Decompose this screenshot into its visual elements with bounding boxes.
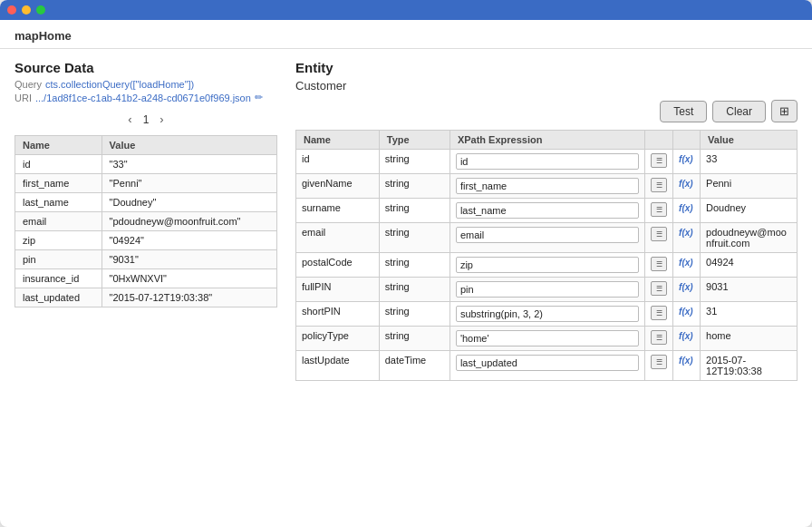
entity-col-type-header: Type: [379, 131, 450, 150]
fx-button[interactable]: f(x): [679, 356, 693, 366]
xpath-input[interactable]: [456, 355, 639, 371]
clear-button[interactable]: Clear: [712, 101, 766, 122]
prev-page-button[interactable]: ‹: [124, 111, 135, 128]
entity-type-cell: string: [379, 223, 450, 253]
list-icon[interactable]: ☰: [651, 227, 667, 241]
entity-col-name-header: Name: [296, 131, 380, 150]
list-icon[interactable]: ☰: [651, 153, 667, 168]
source-name-cell: last_updated: [15, 288, 102, 307]
entity-xpath-cell[interactable]: [450, 199, 644, 223]
table-row: last_name "Doudney": [15, 193, 277, 212]
entity-value-cell: 2015-07-12T19:03:38: [701, 351, 798, 381]
entity-name-cell: fullPIN: [296, 278, 380, 302]
close-dot[interactable]: [7, 5, 16, 15]
list-icon[interactable]: ☰: [651, 178, 667, 192]
entity-type-cell: string: [379, 174, 450, 199]
fx-button[interactable]: f(x): [679, 179, 693, 189]
entity-fx-cell[interactable]: f(x): [673, 174, 701, 199]
list-icon[interactable]: ☰: [651, 355, 667, 369]
entity-name-cell: shortPIN: [296, 302, 380, 327]
xpath-input[interactable]: [456, 257, 639, 273]
entity-xpath-cell[interactable]: [450, 278, 644, 302]
next-page-button[interactable]: ›: [156, 111, 167, 128]
entity-fx-cell[interactable]: f(x): [673, 199, 701, 223]
entity-list-icon-cell[interactable]: ☰: [645, 278, 673, 302]
xpath-input[interactable]: [456, 330, 639, 346]
entity-type-cell: string: [379, 150, 450, 174]
minimize-dot[interactable]: [22, 5, 31, 15]
entity-name-cell: email: [296, 223, 380, 253]
maximize-dot[interactable]: [36, 5, 45, 15]
table-row: last_updated "2015-07-12T19:03:38": [15, 288, 277, 307]
entity-xpath-cell[interactable]: [450, 223, 644, 253]
source-name-cell: id: [15, 155, 102, 174]
entity-value-cell: pdoudneyw@moonfruit.com: [701, 223, 798, 253]
test-button[interactable]: Test: [660, 101, 707, 122]
entity-xpath-cell[interactable]: [450, 302, 644, 327]
source-value-cell: "9031": [102, 250, 276, 269]
uri-edit-icon[interactable]: ✏: [255, 92, 263, 103]
entity-fx-cell[interactable]: f(x): [673, 223, 701, 253]
entity-value-cell: Doudney: [701, 199, 798, 223]
fx-button[interactable]: f(x): [679, 307, 693, 317]
entity-name-cell: givenName: [296, 174, 380, 199]
source-value-cell: "Penni": [102, 174, 276, 193]
entity-list-icon-cell[interactable]: ☰: [645, 302, 673, 327]
entity-xpath-cell[interactable]: [450, 150, 644, 174]
xpath-input[interactable]: [456, 281, 639, 298]
table-row: zip "04924": [15, 231, 277, 250]
entity-list-icon-cell[interactable]: ☰: [645, 351, 673, 381]
entity-fx-cell[interactable]: f(x): [673, 253, 701, 278]
fx-button[interactable]: f(x): [679, 203, 693, 213]
source-value-cell: "Doudney": [102, 193, 276, 212]
list-icon[interactable]: ☰: [651, 281, 667, 296]
entity-list-icon-cell[interactable]: ☰: [645, 223, 673, 253]
uri-label: URI: [14, 93, 32, 103]
entity-fx-cell[interactable]: f(x): [673, 150, 701, 174]
entity-type-cell: string: [379, 199, 450, 223]
entity-col-value-header: Value: [701, 131, 798, 150]
source-data-table: Name Value id "33" first_name "Penni" la…: [14, 135, 277, 307]
xpath-input[interactable]: [456, 178, 639, 194]
entity-list-icon-cell[interactable]: ☰: [645, 199, 673, 223]
entity-type-cell: string: [379, 302, 450, 327]
entity-list-icon-cell[interactable]: ☰: [645, 253, 673, 278]
xpath-input[interactable]: [456, 153, 639, 170]
xpath-input[interactable]: [456, 227, 639, 243]
entity-xpath-cell[interactable]: [450, 327, 644, 351]
entity-list-icon-cell[interactable]: ☰: [645, 174, 673, 199]
entity-xpath-cell[interactable]: [450, 253, 644, 278]
entity-fx-cell[interactable]: f(x): [673, 327, 701, 351]
query-label: Query: [14, 79, 42, 90]
table-row: policyType string ☰ f(x) home: [296, 327, 798, 351]
entity-fx-cell[interactable]: f(x): [673, 351, 701, 381]
table-row: id "33": [15, 155, 277, 174]
entity-list-icon-cell[interactable]: ☰: [645, 327, 673, 351]
list-icon[interactable]: ☰: [651, 202, 667, 217]
entity-name: Customer: [295, 79, 798, 93]
entity-fx-cell[interactable]: f(x): [673, 278, 701, 302]
table-row: insurance_id "0HxWNXVI": [15, 269, 277, 288]
fx-button[interactable]: f(x): [679, 331, 693, 341]
entity-xpath-cell[interactable]: [450, 351, 644, 381]
page-title: mapHome: [0, 20, 812, 49]
source-name-cell: last_name: [15, 193, 102, 212]
entity-type-cell: string: [379, 253, 450, 278]
xpath-input[interactable]: [456, 306, 639, 322]
entity-xpath-cell[interactable]: [450, 174, 644, 199]
columns-icon-button[interactable]: ⊞: [771, 100, 798, 122]
list-icon[interactable]: ☰: [651, 306, 667, 320]
fx-button[interactable]: f(x): [679, 154, 693, 164]
xpath-input[interactable]: [456, 202, 639, 219]
entity-fx-cell[interactable]: f(x): [673, 302, 701, 327]
entity-table: Name Type XPath Expression Value id stri…: [295, 130, 798, 381]
fx-button[interactable]: f(x): [679, 282, 693, 292]
list-icon[interactable]: ☰: [651, 257, 667, 271]
entity-list-icon-cell[interactable]: ☰: [645, 150, 673, 174]
table-row: lastUpdate dateTime ☰ f(x) 2015-07-12T19…: [296, 351, 798, 381]
fx-button[interactable]: f(x): [679, 258, 693, 268]
list-icon[interactable]: ☰: [651, 330, 667, 345]
table-row: givenName string ☰ f(x) Penni: [296, 174, 798, 199]
entity-value-cell: Penni: [701, 174, 798, 199]
fx-button[interactable]: f(x): [679, 228, 693, 238]
